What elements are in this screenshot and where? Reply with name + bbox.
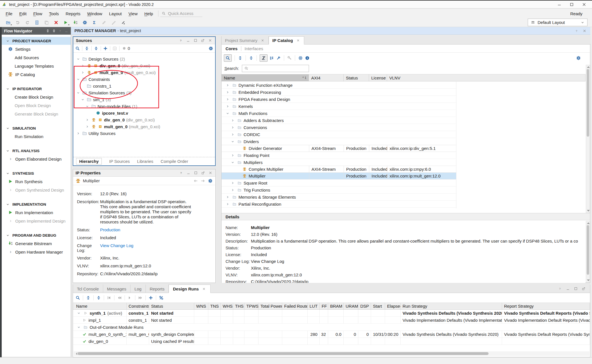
catalog-row-dividers[interactable]: Dividers: [222, 138, 456, 145]
catalog-row-square-root[interactable]: Square Root: [222, 179, 456, 187]
column-header-vlnv[interactable]: VLNV: [387, 74, 586, 81]
chevron-down-icon[interactable]: [230, 139, 235, 144]
details-vertical-scrollbar[interactable]: [586, 221, 590, 283]
column-header-dsp[interactable]: DSP: [358, 303, 371, 309]
expand-all-button[interactable]: [52, 28, 56, 34]
minimize-button[interactable]: [565, 286, 570, 291]
report-button[interactable]: [32, 19, 42, 26]
chevron-right-icon[interactable]: [230, 187, 235, 192]
chevron-right-icon[interactable]: [230, 118, 235, 123]
highlight-button[interactable]: [99, 19, 109, 26]
window-maximize-button[interactable]: [566, 1, 578, 8]
tab-log[interactable]: Log: [131, 285, 146, 293]
flow-section-header-ip-integrator[interactable]: IP INTEGRATOR: [2, 85, 71, 93]
run-row-out-of-context-module-runs[interactable]: Out-of-Context Module Runs: [73, 324, 590, 331]
minimize-button[interactable]: [185, 38, 191, 43]
layout-selector[interactable]: Default Layout: [528, 19, 587, 26]
menu-item-file[interactable]: File: [2, 10, 16, 17]
sources-tab-ip-sources[interactable]: IP Sources: [109, 159, 130, 164]
run-row-synth-1[interactable]: synth_1 (active)constrs_1Not startedViva…: [73, 310, 590, 317]
menu-item-layout[interactable]: Layout: [106, 10, 125, 17]
device-button[interactable]: [298, 56, 303, 61]
group-by-button[interactable]: [269, 56, 274, 61]
mark-button[interactable]: [109, 19, 118, 26]
tree-row-div-gen-0[interactable]: div_gen_0 (div_gen_0.xci): [73, 116, 215, 123]
next-run-button[interactable]: [138, 295, 143, 300]
info-button[interactable]: [305, 56, 310, 61]
flow-item-create-block-design[interactable]: Create Block Design: [2, 93, 71, 101]
scrollbar-thumb[interactable]: [78, 352, 489, 355]
menu-item-view[interactable]: View: [125, 10, 141, 17]
play-run-button[interactable]: [127, 295, 132, 300]
field-value[interactable]: View Change Log: [100, 243, 194, 253]
settings-button[interactable]: [80, 19, 90, 26]
undo-button[interactable]: [13, 19, 23, 26]
ip-catalog-vertical-scrollbar[interactable]: [586, 65, 590, 213]
menu-item-window[interactable]: Window: [84, 10, 105, 17]
close-tab-icon[interactable]: [260, 38, 265, 43]
collapse-all-button[interactable]: [238, 56, 243, 61]
chevron-right-icon[interactable]: [225, 194, 230, 199]
flow-section-header-project-manager[interactable]: PROJECT MANAGER: [2, 37, 71, 45]
flow-item-open-synthesized-design[interactable]: Open Synthesized Design: [2, 186, 71, 194]
catalog-row-divider-generator[interactable]: Divider GeneratorAXI4-StreamProductionIn…: [222, 145, 456, 152]
column-header-name[interactable]: Name^ 1: [222, 74, 309, 81]
sources-tab-compile-order[interactable]: Compile Order: [161, 159, 188, 164]
column-header-wns[interactable]: WNS: [194, 303, 208, 309]
close-button[interactable]: [582, 28, 587, 33]
search-button[interactable]: [224, 54, 232, 62]
menu-item-flow[interactable]: Flow: [30, 10, 46, 17]
column-header-name[interactable]: Name: [74, 303, 127, 309]
tree-row-mult-gen-0[interactable]: mult_gen_0 (mult_gen_0.xci): [73, 123, 215, 130]
field-value[interactable]: View Change Log: [251, 259, 578, 264]
chevron-right-icon[interactable]: [225, 90, 230, 95]
menu-item-help[interactable]: Help: [141, 10, 156, 17]
tab-messages[interactable]: Messages: [103, 285, 131, 293]
first-run-button[interactable]: [107, 295, 112, 300]
help-button[interactable]: ?: [178, 38, 183, 43]
chevron-right-icon[interactable]: [85, 124, 90, 129]
flow-item-run-implementation[interactable]: Run Implementation: [2, 208, 71, 217]
chevron-down-icon[interactable]: [76, 310, 81, 316]
help-button[interactable]: ?: [557, 286, 562, 291]
catalog-row-memories-storage-elements[interactable]: Memories & Storage Elements: [222, 194, 456, 201]
settings-button[interactable]: [576, 56, 581, 61]
menu-item-tools[interactable]: Tools: [46, 10, 62, 17]
chevron-down-icon[interactable]: [76, 325, 81, 330]
column-header-axi4[interactable]: AXI4: [309, 74, 344, 81]
catalog-row-kernels[interactable]: Kernels: [222, 103, 456, 110]
chevron-right-icon[interactable]: [230, 180, 235, 185]
flow-item-open-elaborated-design[interactable]: Open Elaborated Design: [2, 155, 71, 163]
catalog-row-embedded-processing[interactable]: Embedded Processing: [222, 89, 456, 96]
catalog-row-fpga-features-and-design[interactable]: FPGA Features and Design: [222, 96, 456, 103]
maximize-button[interactable]: [193, 38, 198, 43]
tree-row-design-sources[interactable]: Design Sources (2): [73, 56, 215, 62]
catalog-row-floating-point[interactable]: Floating Point: [222, 152, 456, 159]
tab-design-runs[interactable]: Design Runs: [169, 285, 211, 293]
expand-all-button[interactable]: [96, 295, 101, 300]
flow-section-header-synthesis[interactable]: SYNTHESIS: [2, 169, 71, 177]
tab-project-summary[interactable]: Project Summary: [222, 36, 269, 45]
collapse-all-button[interactable]: [45, 28, 50, 34]
expand-all-button[interactable]: [94, 46, 99, 51]
window-close-button[interactable]: [578, 1, 590, 8]
chevron-right-icon[interactable]: [76, 131, 81, 136]
tab-tcl-console[interactable]: Tcl Console: [73, 285, 103, 293]
chevron-right-icon[interactable]: [80, 63, 85, 68]
search-button[interactable]: [75, 46, 80, 51]
tree-row-utility-sources[interactable]: Utility Sources: [73, 130, 215, 137]
column-header-tns[interactable]: TNS: [208, 303, 221, 309]
help-toggle-button[interactable]: ?: [112, 46, 117, 51]
chevron-right-icon[interactable]: [225, 83, 230, 88]
chevron-right-icon[interactable]: [230, 132, 235, 137]
catalog-row-trig-functions[interactable]: Trig Functions: [222, 187, 456, 194]
flow-item-add-sources[interactable]: Add Sources: [2, 53, 71, 62]
flow-section-header-implementation[interactable]: IMPLEMENTATION: [2, 200, 71, 208]
catalog-row-conversions[interactable]: Conversions: [222, 124, 456, 131]
column-header-bram[interactable]: BRAM: [328, 303, 344, 309]
chevron-right-icon[interactable]: [225, 201, 230, 207]
catalog-row-dynamic-function-exchange[interactable]: Dynamic Function eXchange: [222, 82, 456, 89]
column-header-ff[interactable]: FF: [320, 303, 328, 309]
chevron-right-icon[interactable]: [225, 97, 230, 102]
column-header-whs[interactable]: WHS: [221, 303, 233, 309]
